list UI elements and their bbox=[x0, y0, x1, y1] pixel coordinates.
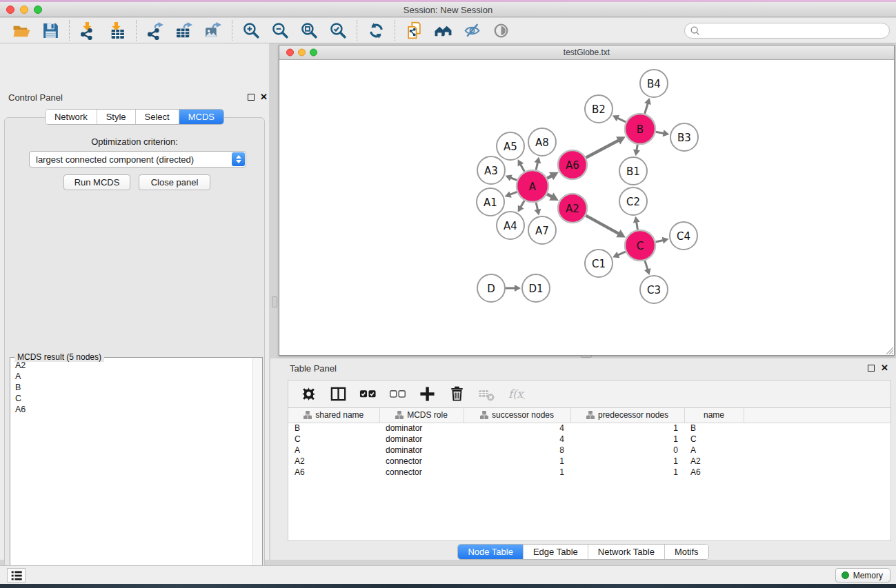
column-header-MCDS-role[interactable]: MCDS role bbox=[379, 408, 464, 423]
edge-C-C2[interactable] bbox=[633, 216, 640, 230]
network-canvas[interactable]: B4B2BB3A8A5A6A3B1AC2A1A2A4A7C4CC1C3DD1 bbox=[279, 60, 894, 355]
zoom-fit-button[interactable] bbox=[295, 20, 323, 41]
mcds-result-item[interactable]: C bbox=[11, 393, 252, 404]
table-row[interactable]: A6connector11A6 bbox=[288, 467, 890, 478]
cell-successor-nodes[interactable]: 1 bbox=[464, 456, 570, 467]
new-network-from-file-button[interactable] bbox=[399, 20, 428, 41]
cell-name[interactable]: C bbox=[684, 434, 744, 445]
edge-C-C4[interactable] bbox=[655, 237, 668, 244]
node-A3[interactable]: A3 bbox=[477, 156, 505, 184]
edge-A-A7[interactable] bbox=[534, 202, 541, 215]
table-row[interactable]: Cdominator41C bbox=[288, 434, 890, 445]
mcds-result-item[interactable]: B bbox=[11, 382, 252, 393]
node-A4[interactable]: A4 bbox=[497, 212, 524, 239]
table-panel-float-icon[interactable] bbox=[868, 365, 875, 372]
run-mcds-button[interactable]: Run MCDS bbox=[63, 174, 130, 190]
cell-predecessor-nodes[interactable]: 1 bbox=[570, 456, 684, 467]
show-graphics-details-button[interactable] bbox=[486, 20, 515, 41]
cell-shared-name[interactable]: C bbox=[288, 434, 379, 445]
cell-MCDS-role[interactable]: dominator bbox=[379, 445, 464, 456]
control-tab-network[interactable]: Network bbox=[46, 110, 97, 124]
node-A7[interactable]: A7 bbox=[528, 216, 556, 244]
cell-MCDS-role[interactable]: connector bbox=[379, 467, 464, 478]
table-row[interactable]: Bdominator41B bbox=[288, 423, 890, 434]
cell-successor-nodes[interactable]: 4 bbox=[464, 434, 570, 445]
cell-name[interactable]: A bbox=[684, 445, 744, 456]
node-A1[interactable]: A1 bbox=[477, 188, 504, 216]
table-settings-button[interactable] bbox=[297, 384, 320, 405]
cell-MCDS-role[interactable]: dominator bbox=[379, 423, 464, 434]
criterion-dropdown[interactable]: largest connected component (directed) bbox=[29, 151, 246, 168]
edge-D-D1[interactable] bbox=[506, 285, 521, 292]
control-panel-close-icon[interactable]: ✕ bbox=[260, 94, 268, 101]
control-tab-style[interactable]: Style bbox=[97, 110, 135, 124]
add-column-button[interactable] bbox=[415, 384, 439, 405]
edge-C-C1[interactable] bbox=[613, 252, 626, 258]
cell-MCDS-role[interactable]: connector bbox=[379, 456, 464, 467]
refresh-view-button[interactable] bbox=[361, 20, 390, 41]
search-field[interactable] bbox=[684, 23, 890, 39]
column-header-predecessor-nodes[interactable]: predecessor nodes bbox=[570, 408, 684, 423]
edge-A-A5[interactable] bbox=[518, 159, 525, 172]
control-tab-select[interactable]: Select bbox=[135, 110, 179, 124]
node-C2[interactable]: C2 bbox=[619, 187, 647, 215]
table-tab-edge-table[interactable]: Edge Table bbox=[523, 545, 588, 559]
node-D[interactable]: D bbox=[477, 274, 505, 302]
hide-selected-button[interactable] bbox=[457, 20, 486, 41]
cell-shared-name[interactable]: A6 bbox=[288, 467, 379, 478]
delete-table-button[interactable] bbox=[475, 384, 498, 405]
cell-predecessor-nodes[interactable]: 0 bbox=[570, 445, 684, 456]
import-table-button[interactable] bbox=[103, 20, 132, 41]
node-A5[interactable]: A5 bbox=[497, 132, 524, 160]
node-B[interactable]: B bbox=[625, 114, 655, 144]
network-frame-titlebar[interactable]: testGlobe.txt bbox=[279, 45, 894, 60]
edge-A6-B[interactable] bbox=[586, 136, 625, 158]
memory-button[interactable]: Memory bbox=[835, 568, 890, 582]
cell-predecessor-nodes[interactable]: 1 bbox=[570, 434, 684, 445]
control-panel-float-icon[interactable] bbox=[248, 94, 255, 101]
cell-predecessor-nodes[interactable]: 1 bbox=[570, 467, 684, 478]
zoom-selected-button[interactable] bbox=[323, 20, 352, 41]
cell-name[interactable]: A6 bbox=[684, 467, 744, 478]
node-A2[interactable]: A2 bbox=[558, 194, 587, 223]
edge-B-B1[interactable] bbox=[633, 145, 640, 156]
node-B4[interactable]: B4 bbox=[640, 70, 668, 97]
edge-C-C3[interactable] bbox=[644, 261, 651, 275]
cell-name[interactable]: A2 bbox=[684, 456, 744, 467]
node-B2[interactable]: B2 bbox=[585, 95, 613, 123]
vertical-splitter-grip[interactable] bbox=[272, 296, 277, 307]
node-A[interactable]: A bbox=[517, 170, 548, 202]
function-builder-button[interactable]: f(x) bbox=[504, 384, 528, 405]
search-input[interactable] bbox=[700, 23, 889, 38]
edge-A-A1[interactable] bbox=[505, 191, 517, 197]
control-tab-mcds[interactable]: MCDS bbox=[179, 110, 223, 124]
node-C1[interactable]: C1 bbox=[585, 250, 613, 277]
node-A8[interactable]: A8 bbox=[528, 128, 556, 156]
mcds-result-item[interactable]: A6 bbox=[11, 404, 252, 415]
edge-A-A2[interactable] bbox=[547, 192, 559, 200]
select-all-rows-button[interactable] bbox=[356, 384, 379, 405]
cell-successor-nodes[interactable]: 4 bbox=[464, 423, 570, 434]
edge-A2-C[interactable] bbox=[586, 216, 626, 238]
result-scrollbar[interactable] bbox=[252, 358, 262, 588]
cell-name[interactable]: B bbox=[684, 423, 744, 434]
zoom-out-button[interactable] bbox=[266, 20, 295, 41]
split-table-button[interactable] bbox=[326, 384, 350, 405]
edge-B-B4[interactable] bbox=[644, 98, 651, 114]
cell-MCDS-role[interactable]: dominator bbox=[379, 434, 464, 445]
cell-shared-name[interactable]: A2 bbox=[288, 456, 379, 467]
edge-A-A3[interactable] bbox=[506, 174, 517, 181]
node-B3[interactable]: B3 bbox=[670, 123, 698, 151]
node-A6[interactable]: A6 bbox=[558, 150, 587, 179]
edge-B-B2[interactable] bbox=[613, 115, 626, 122]
edge-A-A8[interactable] bbox=[534, 156, 541, 170]
mcds-result-item[interactable]: A bbox=[11, 371, 252, 382]
edge-B-B3[interactable] bbox=[656, 130, 670, 136]
frame-resize-grip-icon[interactable] bbox=[884, 345, 893, 354]
deselect-all-rows-button[interactable] bbox=[386, 384, 409, 405]
column-header-shared-name[interactable]: shared name bbox=[288, 408, 379, 423]
table-row[interactable]: Adominator80A bbox=[288, 445, 890, 456]
cell-predecessor-nodes[interactable]: 1 bbox=[570, 423, 684, 434]
cell-shared-name[interactable]: A bbox=[288, 445, 379, 456]
export-image-button[interactable] bbox=[199, 20, 228, 41]
